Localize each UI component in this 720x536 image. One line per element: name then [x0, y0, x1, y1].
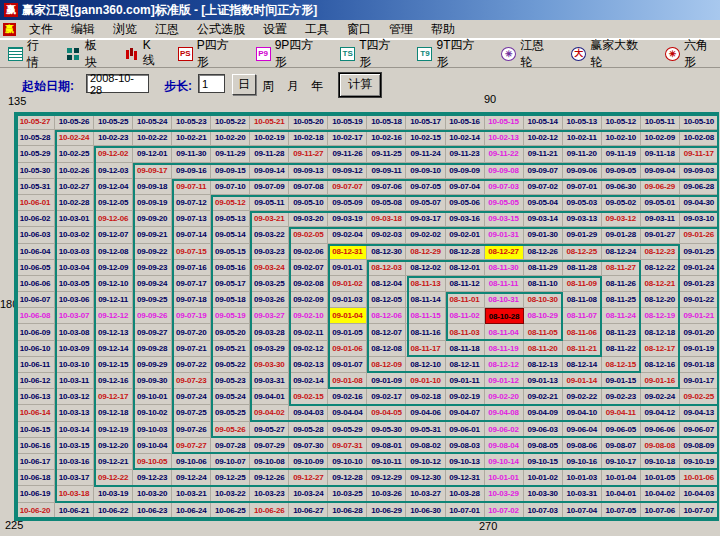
grid-cell[interactable]: 10-05-16	[446, 114, 485, 130]
grid-cell[interactable]: 08-12-12	[485, 357, 524, 373]
grid-cell[interactable]: 09-02-05	[289, 227, 328, 243]
grid-cell[interactable]: 09-02-17	[367, 389, 406, 405]
grid-cell[interactable]: 08-11-17	[406, 341, 445, 357]
grid-cell[interactable]: 09-01-14	[563, 373, 602, 389]
toolbar-sectors-button[interactable]: 板块	[66, 37, 109, 71]
grid-cell[interactable]: 09-01-26	[680, 227, 719, 243]
grid-cell[interactable]: 10-02-21	[172, 130, 211, 146]
grid-cell[interactable]: 09-07-09	[250, 179, 289, 195]
grid-cell[interactable]: 09-03-10	[680, 211, 719, 227]
grid-cell[interactable]: 08-11-14	[406, 292, 445, 308]
grid-cell[interactable]: 09-03-18	[367, 211, 406, 227]
grid-cell[interactable]: 10-05-13	[563, 114, 602, 130]
grid-cell[interactable]: 09-01-27	[641, 227, 680, 243]
grid-cell[interactable]: 09-12-27	[289, 470, 328, 486]
grid-cell[interactable]: 09-08-04	[485, 438, 524, 454]
grid-cell[interactable]: 09-04-07	[446, 405, 485, 421]
grid-cell[interactable]: 09-07-02	[524, 179, 563, 195]
grid-cell[interactable]: 10-05-11	[641, 114, 680, 130]
grid-cell[interactable]: 10-07-02	[485, 503, 524, 519]
grid-cell[interactable]: 09-12-13	[94, 324, 133, 340]
grid-cell[interactable]: 10-06-11	[16, 357, 55, 373]
period-week-button[interactable]: 周	[262, 78, 274, 95]
grid-cell[interactable]: 10-05-26	[55, 114, 94, 130]
grid-cell[interactable]: 09-02-22	[563, 389, 602, 405]
grid-cell[interactable]: 09-05-21	[211, 341, 250, 357]
grid-cell[interactable]: 09-09-10	[406, 163, 445, 179]
grid-cell[interactable]: 09-07-21	[172, 341, 211, 357]
grid-cell[interactable]: 09-10-12	[406, 454, 445, 470]
grid-cell[interactable]: 10-02-12	[524, 130, 563, 146]
grid-cell[interactable]: 08-12-23	[641, 244, 680, 260]
grid-cell[interactable]: 08-11-30	[485, 260, 524, 276]
grid-cell[interactable]: 09-07-13	[172, 211, 211, 227]
grid-cell[interactable]: 09-08-08	[641, 438, 680, 454]
period-day-button[interactable]: 日	[232, 74, 256, 95]
grid-cell[interactable]: 09-04-04	[328, 405, 367, 421]
grid-cell[interactable]: 09-12-17	[94, 389, 133, 405]
grid-cell[interactable]: 09-04-01	[250, 389, 289, 405]
grid-cell[interactable]: 08-12-22	[641, 260, 680, 276]
grid-cell[interactable]: 09-03-25	[250, 276, 289, 292]
grid-cell[interactable]: 09-10-08	[250, 454, 289, 470]
grid-cell[interactable]: 10-05-20	[289, 114, 328, 130]
grid-cell[interactable]: 09-07-05	[406, 179, 445, 195]
grid-cell[interactable]: 09-07-20	[172, 324, 211, 340]
start-date-input[interactable]: 2008-10-28	[86, 74, 149, 93]
grid-cell[interactable]: 10-01-01	[485, 470, 524, 486]
grid-cell[interactable]: 09-01-04	[328, 308, 367, 324]
grid-cell[interactable]: 09-10-16	[563, 454, 602, 470]
grid-cell[interactable]: 09-07-15	[172, 244, 211, 260]
toolbar-kline-button[interactable]: K线	[124, 38, 163, 69]
grid-cell[interactable]: 10-01-03	[563, 470, 602, 486]
grid-cell[interactable]: 08-11-01	[446, 292, 485, 308]
grid-cell[interactable]: 10-03-16	[55, 454, 94, 470]
grid-cell[interactable]: 08-12-06	[367, 308, 406, 324]
grid-cell[interactable]: 09-05-06	[446, 195, 485, 211]
grid-cell[interactable]: 09-01-16	[641, 373, 680, 389]
grid-cell[interactable]: 09-09-04	[641, 163, 680, 179]
grid-cell[interactable]: 08-11-13	[406, 276, 445, 292]
grid-cell[interactable]: 09-01-21	[680, 308, 719, 324]
grid-cell[interactable]: 09-09-29	[133, 357, 172, 373]
toolbar-9t-square-button[interactable]: T99T四方形	[417, 37, 486, 71]
grid-cell[interactable]: 08-12-01	[446, 260, 485, 276]
grid-cell[interactable]: 08-11-18	[446, 341, 485, 357]
grid-cell[interactable]: 08-11-04	[485, 324, 524, 340]
grid-cell[interactable]: 09-08-06	[563, 438, 602, 454]
grid-cell[interactable]: 09-10-09	[289, 454, 328, 470]
grid-cell[interactable]: 09-04-08	[485, 405, 524, 421]
grid-cell[interactable]: 09-09-18	[133, 179, 172, 195]
grid-cell[interactable]: 09-02-18	[406, 389, 445, 405]
grid-cell[interactable]: 10-02-17	[328, 130, 367, 146]
toolbar-9p-square-button[interactable]: P99P四方形	[256, 37, 326, 71]
grid-cell[interactable]: 08-11-08	[563, 292, 602, 308]
grid-cell[interactable]: 10-05-25	[94, 114, 133, 130]
grid-cell[interactable]: 09-04-12	[641, 405, 680, 421]
grid-cell[interactable]: 08-12-05	[367, 292, 406, 308]
grid-cell[interactable]: 09-02-19	[446, 389, 485, 405]
grid-cell[interactable]: 10-06-19	[16, 486, 55, 502]
grid-cell[interactable]: 09-03-23	[250, 244, 289, 260]
grid-cell[interactable]: 09-02-13	[289, 357, 328, 373]
grid-cell[interactable]: 09-04-05	[367, 405, 406, 421]
grid-cell[interactable]: 08-10-30	[524, 292, 563, 308]
grid-cell[interactable]: 09-10-18	[641, 454, 680, 470]
grid-cell[interactable]: 09-07-03	[485, 179, 524, 195]
grid-cell[interactable]: 08-11-03	[446, 324, 485, 340]
grid-cell[interactable]: 08-12-15	[602, 357, 641, 373]
grid-cell[interactable]: 09-07-08	[289, 179, 328, 195]
grid-cell[interactable]: 09-06-07	[680, 422, 719, 438]
grid-cell[interactable]: 09-02-09	[289, 292, 328, 308]
grid-cell[interactable]: 10-06-15	[16, 422, 55, 438]
grid-cell[interactable]: 10-05-31	[16, 179, 55, 195]
grid-cell[interactable]: 09-01-28	[602, 227, 641, 243]
grid-cell[interactable]: 10-02-18	[289, 130, 328, 146]
grid-cell[interactable]: 10-06-12	[16, 373, 55, 389]
grid-cell[interactable]: 09-12-09	[94, 260, 133, 276]
grid-cell[interactable]: 09-09-24	[133, 276, 172, 292]
grid-cell[interactable]: 10-06-08	[16, 308, 55, 324]
grid-cell[interactable]: 10-02-20	[211, 130, 250, 146]
grid-cell[interactable]: 09-01-09	[367, 373, 406, 389]
grid-cell[interactable]: 09-07-16	[172, 260, 211, 276]
